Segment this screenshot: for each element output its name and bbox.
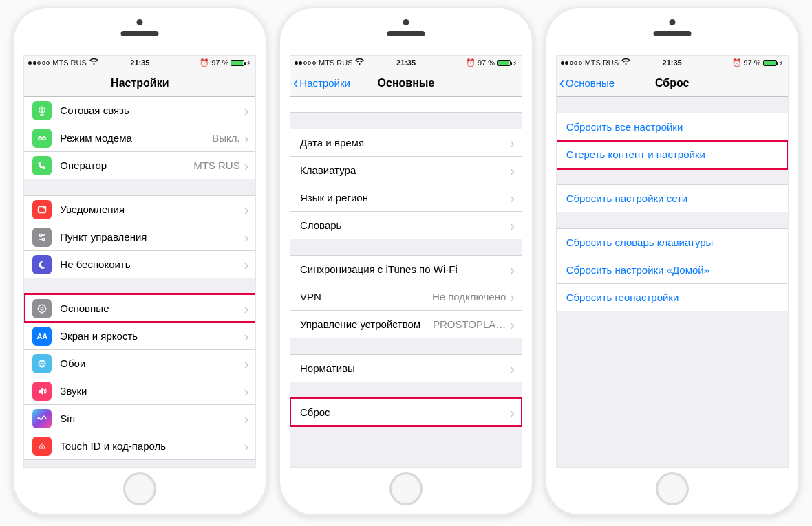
row-carrier[interactable]: Оператор MTS RUS › xyxy=(24,151,255,179)
row-date-time[interactable]: Дата и время › xyxy=(290,129,522,157)
page-title: Настройки xyxy=(24,77,255,89)
chevron-icon: › xyxy=(510,263,515,276)
status-bar: MTS RUS 21:35 ⏰ 97 % ⚡︎ xyxy=(557,56,788,69)
row-label: Основные xyxy=(60,303,244,314)
chevron-icon: › xyxy=(244,412,249,426)
charging-icon: ⚡︎ xyxy=(513,59,517,67)
row-reset-home[interactable]: Сбросить настройки «Домой» xyxy=(557,256,788,284)
siri-icon xyxy=(32,409,52,428)
row-restrictions[interactable]: Ограничения Выкл. › xyxy=(290,97,522,113)
row-cellular[interactable]: Сотовая связь › xyxy=(24,97,255,124)
row-sounds[interactable]: Звуки › xyxy=(24,377,255,405)
wifi-icon xyxy=(355,58,364,67)
row-reset-network[interactable]: Сбросить настройки сети xyxy=(557,184,788,212)
notifications-icon xyxy=(32,200,52,219)
row-device-mgmt[interactable]: Управление устройством PROSTOPLA… › xyxy=(290,310,522,338)
row-keyboard[interactable]: Клавиатура › xyxy=(290,156,522,184)
row-siri[interactable]: Siri › xyxy=(24,404,255,432)
row-itunes-wifi[interactable]: Синхронизация с iTunes по Wi-Fi › xyxy=(290,255,522,283)
row-dictionary[interactable]: Словарь › xyxy=(290,211,522,239)
battery-pct: 97 % xyxy=(211,58,228,67)
general-list[interactable]: Ограничения Выкл. › Дата и время › Клави… xyxy=(290,97,522,467)
svg-point-13 xyxy=(44,363,45,364)
row-regulatory[interactable]: Нормативы › xyxy=(290,354,522,382)
svg-point-12 xyxy=(39,363,40,364)
settings-list[interactable]: Сотовая связь › Режим модема Выкл. › Опе… xyxy=(24,97,255,467)
status-bar: MTS RUS 21:35 ⏰ 97 % ⚡︎ xyxy=(24,56,255,69)
moon-icon xyxy=(32,255,52,274)
charging-icon: ⚡︎ xyxy=(246,59,251,67)
fingerprint-icon xyxy=(32,437,52,456)
row-label: Сотовая связь xyxy=(60,105,244,116)
cellular-icon xyxy=(32,101,52,120)
row-vpn[interactable]: VPN Не подключено › xyxy=(290,283,522,311)
reset-list[interactable]: Сбросить все настройки Стереть контент и… xyxy=(557,97,788,467)
home-button[interactable] xyxy=(656,472,689,505)
carrier-label: MTS RUS xyxy=(585,58,619,67)
row-reset-keyboard[interactable]: Сбросить словарь клавиатуры xyxy=(557,228,788,256)
row-reset-all[interactable]: Сбросить все настройки xyxy=(557,113,788,141)
chevron-left-icon: ‹ xyxy=(293,76,298,91)
row-hotspot[interactable]: Режим модема Выкл. › xyxy=(24,124,255,152)
chevron-icon: › xyxy=(510,406,515,419)
row-general[interactable]: Основные › xyxy=(24,294,255,322)
hotspot-icon xyxy=(32,129,52,148)
row-label: Язык и регион xyxy=(300,192,510,204)
svg-point-5 xyxy=(43,238,45,240)
row-label: Не беспокоить xyxy=(60,259,244,270)
row-display[interactable]: AA Экран и яркость › xyxy=(24,322,255,350)
navbar: ‹ Настройки Основные xyxy=(290,69,522,97)
battery-icon xyxy=(763,60,777,66)
row-erase-all[interactable]: Стереть контент и настройки xyxy=(557,140,788,168)
row-detail: Выкл. xyxy=(212,132,239,144)
chevron-icon: › xyxy=(244,384,249,398)
row-control-center[interactable]: Пункт управления › xyxy=(24,223,255,251)
row-label: Словарь xyxy=(300,219,510,231)
row-label: Управление устройством xyxy=(300,318,433,330)
chevron-icon: › xyxy=(244,302,249,316)
row-label: Сбросить геонастройки xyxy=(566,292,781,303)
back-button[interactable]: ‹ Основные xyxy=(557,76,615,91)
row-label: Уведомления xyxy=(60,204,244,215)
signal-icon xyxy=(295,61,316,65)
alarm-icon: ⏰ xyxy=(200,58,209,67)
home-button[interactable] xyxy=(389,472,423,505)
sound-icon xyxy=(32,382,52,401)
row-detail: MTS RUS xyxy=(193,160,240,171)
row-language-region[interactable]: Язык и регион › xyxy=(290,184,522,212)
back-label: Основные xyxy=(566,77,615,89)
carrier-label: MTS RUS xyxy=(319,58,353,67)
chevron-icon: › xyxy=(510,362,515,375)
row-label: Сбросить настройки сети xyxy=(566,193,781,204)
wifi-icon xyxy=(89,58,98,67)
display-icon: AA xyxy=(32,327,52,346)
control-center-icon xyxy=(32,228,52,247)
row-reset-location[interactable]: Сбросить геонастройки xyxy=(557,283,788,311)
back-button[interactable]: ‹ Настройки xyxy=(290,76,350,91)
chevron-icon: › xyxy=(510,164,515,177)
clock: 21:35 xyxy=(663,58,682,67)
chevron-icon: › xyxy=(244,258,249,272)
chevron-icon: › xyxy=(244,439,249,453)
row-notifications[interactable]: Уведомления › xyxy=(24,195,255,223)
row-dnd[interactable]: Не беспокоить › xyxy=(24,250,255,278)
svg-point-4 xyxy=(40,234,42,236)
home-button[interactable] xyxy=(123,472,156,505)
chevron-icon: › xyxy=(510,191,515,205)
svg-point-9 xyxy=(41,362,43,364)
svg-point-10 xyxy=(41,360,43,362)
row-label: Стереть контент и настройки xyxy=(566,149,781,160)
row-detail: PROSTOPLA… xyxy=(433,318,506,330)
row-label: Сбросить все настройки xyxy=(566,121,781,133)
status-bar: MTS RUS 21:35 ⏰ 97 % ⚡︎ xyxy=(290,56,522,69)
row-touchid[interactable]: Touch ID и код-пароль › xyxy=(24,432,255,460)
row-detail: Не подключено xyxy=(432,291,506,303)
row-wallpaper[interactable]: Обои › xyxy=(24,349,255,377)
row-label: Режим модема xyxy=(60,132,212,144)
row-label: Пункт управления xyxy=(60,231,244,243)
row-label: Клавиатура xyxy=(300,164,510,176)
chevron-icon: › xyxy=(510,318,515,331)
charging-icon: ⚡︎ xyxy=(779,59,784,67)
row-reset[interactable]: Сброс › xyxy=(290,398,522,426)
signal-icon xyxy=(28,61,50,65)
